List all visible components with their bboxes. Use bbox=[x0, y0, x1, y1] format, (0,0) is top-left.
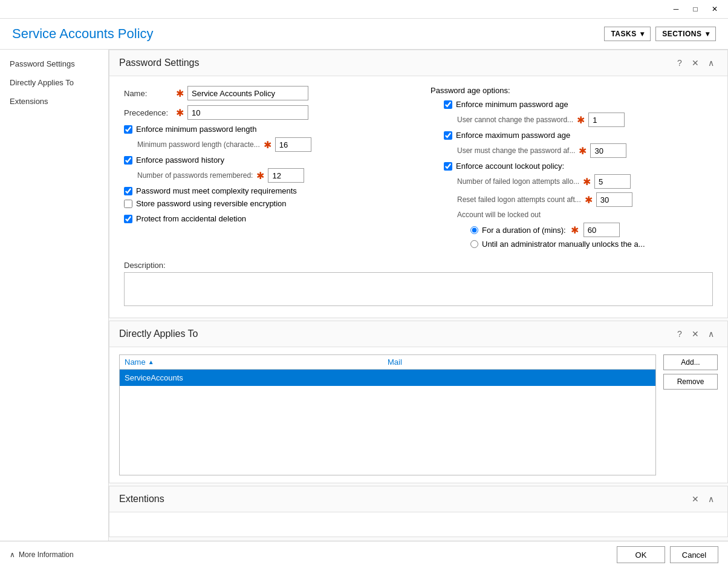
dat-col-mail-header[interactable]: Mail bbox=[388, 357, 651, 367]
dat-table-header: Name ▲ Mail bbox=[120, 355, 655, 370]
remove-button[interactable]: Remove bbox=[663, 374, 718, 390]
lockout-checkbox[interactable] bbox=[444, 162, 452, 171]
dat-close-button[interactable]: ✕ bbox=[689, 327, 702, 341]
close-button[interactable]: ✕ bbox=[706, 2, 723, 16]
enforce-max-age-label: Enforce maximum password age bbox=[456, 131, 570, 140]
locked-out-label-row: Account will be locked out bbox=[457, 211, 713, 219]
maximize-button[interactable]: □ bbox=[687, 2, 704, 16]
enforce-min-age-label: Enforce minimum password age bbox=[456, 100, 568, 109]
enforce-history-row: Enforce password history bbox=[124, 155, 406, 165]
enforce-history-label: Enforce password history bbox=[136, 155, 224, 165]
duration-row: For a duration of (mins): ✱ bbox=[470, 223, 713, 237]
duration-label: For a duration of (mins): bbox=[482, 226, 566, 235]
min-age-label: User cannot change the password... bbox=[457, 116, 573, 124]
sections-button[interactable]: SECTIONS ▾ bbox=[655, 27, 716, 41]
dat-row[interactable]: ServiceAccounts bbox=[120, 370, 655, 386]
admin-unlock-label: Until an administrator manually unlocks … bbox=[482, 240, 645, 249]
dat-content: Name ▲ Mail ServiceAccounts bbox=[109, 347, 727, 483]
enforce-min-length-checkbox[interactable] bbox=[124, 125, 132, 134]
password-settings-form: Name: ✱ Precedence: ✱ Enforce minimum pa… bbox=[109, 76, 727, 261]
failed-attempts-star: ✱ bbox=[583, 176, 591, 188]
precedence-row: Precedence: ✱ bbox=[124, 105, 406, 120]
titlebar: ─ □ ✕ bbox=[0, 0, 728, 19]
sidebar-item-extensions[interactable]: Extensions bbox=[0, 92, 108, 111]
min-length-input[interactable] bbox=[275, 137, 311, 152]
sidebar-item-directly-applies-to[interactable]: Directly Applies To bbox=[0, 73, 108, 92]
dat-col-name-header[interactable]: Name ▲ bbox=[125, 357, 388, 367]
main-layout: Password Settings Directly Applies To Ex… bbox=[0, 50, 728, 541]
extensions-title: Extentions bbox=[119, 494, 164, 504]
enforce-history-checkbox[interactable] bbox=[124, 156, 132, 165]
sidebar-item-password-settings[interactable]: Password Settings bbox=[0, 54, 108, 73]
description-label: Description: bbox=[124, 261, 713, 270]
password-settings-header: Password Settings ? ✕ ∧ bbox=[109, 50, 727, 76]
ext-collapse-button[interactable]: ∧ bbox=[704, 492, 718, 506]
directly-applies-to-header: Directly Applies To ? ✕ ∧ bbox=[109, 321, 727, 347]
name-row: Name: ✱ bbox=[124, 86, 406, 100]
max-age-label: User must change the password af... bbox=[457, 146, 575, 155]
complexity-row: Password must meet complexity requiremen… bbox=[124, 186, 406, 195]
reset-star: ✱ bbox=[585, 194, 593, 206]
add-button[interactable]: Add... bbox=[663, 354, 718, 370]
admin-unlock-row: Until an administrator manually unlocks … bbox=[470, 240, 713, 249]
extensions-content bbox=[109, 512, 727, 537]
dat-table: Name ▲ Mail ServiceAccounts bbox=[119, 354, 656, 475]
password-settings-close-button[interactable]: ✕ bbox=[689, 56, 702, 70]
cancel-button[interactable]: Cancel bbox=[670, 546, 718, 563]
min-length-star: ✱ bbox=[264, 139, 271, 151]
reset-label: Reset failed logon attempts count aft... bbox=[457, 195, 581, 204]
max-age-input[interactable] bbox=[590, 143, 626, 158]
duration-input[interactable] bbox=[583, 223, 620, 237]
dat-buttons: Add... Remove bbox=[663, 354, 718, 475]
reversible-checkbox[interactable] bbox=[124, 200, 132, 208]
chevron-up-icon: ∧ bbox=[10, 550, 15, 559]
tasks-button[interactable]: TASKS ▾ bbox=[604, 27, 651, 41]
password-settings-collapse-button[interactable]: ∧ bbox=[704, 56, 718, 70]
min-length-row: Minimum password length (characte... ✱ bbox=[137, 137, 406, 152]
reversible-row: Store password using reversible encrypti… bbox=[124, 199, 406, 208]
enforce-min-length-label: Enforce minimum password length bbox=[136, 125, 256, 134]
reset-input[interactable] bbox=[596, 192, 632, 207]
dat-help-button[interactable]: ? bbox=[673, 327, 686, 341]
directly-applies-to-section: Directly Applies To ? ✕ ∧ Name ▲ bbox=[109, 321, 728, 483]
description-area: Description: bbox=[109, 261, 727, 318]
failed-attempts-label: Number of failed logon attempts allo... bbox=[457, 177, 579, 186]
protect-checkbox[interactable] bbox=[124, 215, 132, 223]
dat-table-wrapper: Name ▲ Mail ServiceAccounts bbox=[119, 354, 656, 475]
admin-unlock-radio[interactable] bbox=[470, 240, 478, 248]
form-right: Password age options: Enforce minimum pa… bbox=[431, 86, 713, 251]
precedence-input[interactable] bbox=[187, 105, 308, 120]
complexity-checkbox[interactable] bbox=[124, 187, 132, 195]
password-settings-help-button[interactable]: ? bbox=[673, 56, 686, 70]
enforce-min-age-checkbox[interactable] bbox=[444, 100, 452, 109]
sort-arrow-icon: ▲ bbox=[148, 359, 154, 365]
password-settings-icons: ? ✕ ∧ bbox=[673, 56, 718, 70]
footer-action-buttons: OK Cancel bbox=[617, 546, 718, 563]
page-title: Service Accounts Policy bbox=[12, 26, 154, 42]
name-input[interactable] bbox=[187, 86, 308, 100]
more-info-button[interactable]: ∧ More Information bbox=[10, 550, 74, 559]
reversible-label: Store password using reversible encrypti… bbox=[136, 199, 287, 208]
enforce-max-age-checkbox[interactable] bbox=[444, 131, 452, 140]
lockout-label: Enforce account lockout policy: bbox=[456, 162, 564, 171]
directly-applies-to-title: Directly Applies To bbox=[119, 328, 198, 339]
ext-close-button[interactable]: ✕ bbox=[689, 492, 702, 506]
footer: ∧ More Information OK Cancel bbox=[0, 541, 728, 568]
extensions-header: Extentions ✕ ∧ bbox=[109, 486, 727, 512]
minimize-button[interactable]: ─ bbox=[668, 2, 684, 16]
password-settings-section: Password Settings ? ✕ ∧ Name: ✱ Prece bbox=[109, 50, 728, 318]
dat-layout: Name ▲ Mail ServiceAccounts bbox=[119, 354, 718, 475]
name-label: Name: bbox=[124, 89, 172, 98]
history-input[interactable] bbox=[268, 168, 304, 183]
max-age-row: User must change the password af... ✱ bbox=[457, 143, 713, 158]
min-age-input[interactable] bbox=[588, 113, 625, 127]
ok-button[interactable]: OK bbox=[617, 546, 665, 563]
enforce-min-age-row: Enforce minimum password age bbox=[444, 100, 713, 109]
min-age-row: User cannot change the password... ✱ bbox=[457, 113, 713, 127]
dat-collapse-button[interactable]: ∧ bbox=[704, 327, 718, 341]
failed-attempts-input[interactable] bbox=[594, 174, 631, 189]
duration-radio[interactable] bbox=[470, 226, 478, 234]
header-buttons: TASKS ▾ SECTIONS ▾ bbox=[604, 27, 716, 41]
description-textarea[interactable] bbox=[124, 272, 713, 306]
enforce-min-length-row: Enforce minimum password length bbox=[124, 125, 406, 134]
